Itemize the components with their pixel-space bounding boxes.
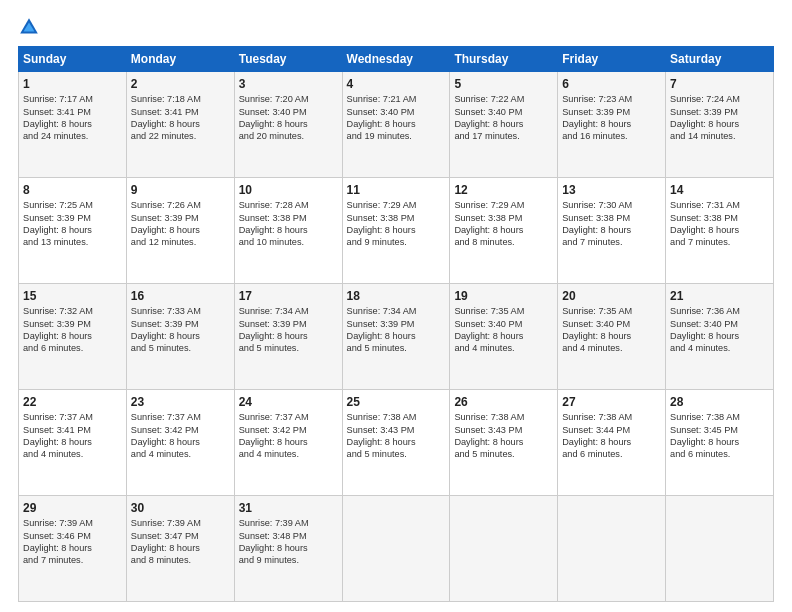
day-info: Sunrise: 7:37 AM: [239, 411, 338, 423]
col-header-monday: Monday: [126, 47, 234, 72]
day-info: Sunrise: 7:37 AM: [131, 411, 230, 423]
day-info: Sunset: 3:46 PM: [23, 530, 122, 542]
day-info: Sunset: 3:45 PM: [670, 424, 769, 436]
day-info: Daylight: 8 hours: [347, 118, 446, 130]
day-info: Sunset: 3:42 PM: [131, 424, 230, 436]
day-number: 28: [670, 394, 769, 410]
day-info: Sunset: 3:39 PM: [23, 318, 122, 330]
day-number: 29: [23, 500, 122, 516]
day-number: 12: [454, 182, 553, 198]
day-info: Sunset: 3:40 PM: [454, 106, 553, 118]
day-info: Daylight: 8 hours: [562, 330, 661, 342]
day-info: Daylight: 8 hours: [131, 330, 230, 342]
day-info: Sunrise: 7:22 AM: [454, 93, 553, 105]
day-number: 19: [454, 288, 553, 304]
logo: [18, 16, 48, 38]
day-info: Daylight: 8 hours: [347, 436, 446, 448]
day-info: and 4 minutes.: [454, 342, 553, 354]
day-number: 17: [239, 288, 338, 304]
day-info: Daylight: 8 hours: [670, 224, 769, 236]
day-cell: 21Sunrise: 7:36 AMSunset: 3:40 PMDayligh…: [666, 284, 774, 390]
day-info: Sunset: 3:40 PM: [670, 318, 769, 330]
day-info: and 14 minutes.: [670, 130, 769, 142]
day-info: Daylight: 8 hours: [239, 118, 338, 130]
day-cell: 26Sunrise: 7:38 AMSunset: 3:43 PMDayligh…: [450, 390, 558, 496]
day-info: Daylight: 8 hours: [454, 118, 553, 130]
day-info: Daylight: 8 hours: [131, 542, 230, 554]
day-cell: 8Sunrise: 7:25 AMSunset: 3:39 PMDaylight…: [19, 178, 127, 284]
day-info: Sunrise: 7:25 AM: [23, 199, 122, 211]
day-info: Sunset: 3:38 PM: [347, 212, 446, 224]
day-cell: 3Sunrise: 7:20 AMSunset: 3:40 PMDaylight…: [234, 72, 342, 178]
day-info: Sunset: 3:40 PM: [239, 106, 338, 118]
day-cell: 1Sunrise: 7:17 AMSunset: 3:41 PMDaylight…: [19, 72, 127, 178]
day-info: Sunset: 3:38 PM: [239, 212, 338, 224]
day-cell: 10Sunrise: 7:28 AMSunset: 3:38 PMDayligh…: [234, 178, 342, 284]
day-cell: 20Sunrise: 7:35 AMSunset: 3:40 PMDayligh…: [558, 284, 666, 390]
day-cell: 18Sunrise: 7:34 AMSunset: 3:39 PMDayligh…: [342, 284, 450, 390]
day-info: Daylight: 8 hours: [562, 436, 661, 448]
day-info: Sunrise: 7:38 AM: [562, 411, 661, 423]
day-cell: 2Sunrise: 7:18 AMSunset: 3:41 PMDaylight…: [126, 72, 234, 178]
day-info: and 5 minutes.: [131, 342, 230, 354]
day-info: Sunrise: 7:39 AM: [131, 517, 230, 529]
day-number: 6: [562, 76, 661, 92]
day-info: and 12 minutes.: [131, 236, 230, 248]
day-info: Daylight: 8 hours: [670, 436, 769, 448]
day-info: Sunset: 3:39 PM: [131, 212, 230, 224]
day-info: Daylight: 8 hours: [670, 118, 769, 130]
day-number: 13: [562, 182, 661, 198]
day-info: Sunset: 3:38 PM: [454, 212, 553, 224]
day-cell: 5Sunrise: 7:22 AMSunset: 3:40 PMDaylight…: [450, 72, 558, 178]
day-info: Daylight: 8 hours: [562, 224, 661, 236]
day-info: Sunset: 3:38 PM: [670, 212, 769, 224]
day-info: and 6 minutes.: [23, 342, 122, 354]
day-number: 26: [454, 394, 553, 410]
day-info: Sunset: 3:38 PM: [562, 212, 661, 224]
day-info: and 9 minutes.: [239, 554, 338, 566]
day-info: Sunrise: 7:31 AM: [670, 199, 769, 211]
day-info: and 9 minutes.: [347, 236, 446, 248]
week-row-1: 1Sunrise: 7:17 AMSunset: 3:41 PMDaylight…: [19, 72, 774, 178]
week-row-2: 8Sunrise: 7:25 AMSunset: 3:39 PMDaylight…: [19, 178, 774, 284]
day-info: Sunrise: 7:29 AM: [454, 199, 553, 211]
day-info: Sunrise: 7:21 AM: [347, 93, 446, 105]
day-info: Daylight: 8 hours: [23, 542, 122, 554]
day-info: Daylight: 8 hours: [670, 330, 769, 342]
day-cell: 15Sunrise: 7:32 AMSunset: 3:39 PMDayligh…: [19, 284, 127, 390]
day-info: Daylight: 8 hours: [23, 330, 122, 342]
day-info: Sunrise: 7:20 AM: [239, 93, 338, 105]
calendar-header: SundayMondayTuesdayWednesdayThursdayFrid…: [19, 47, 774, 72]
page: SundayMondayTuesdayWednesdayThursdayFrid…: [0, 0, 792, 612]
day-number: 4: [347, 76, 446, 92]
day-info: Sunrise: 7:34 AM: [347, 305, 446, 317]
day-cell: [450, 496, 558, 602]
day-info: Sunrise: 7:17 AM: [23, 93, 122, 105]
day-info: Daylight: 8 hours: [23, 118, 122, 130]
day-info: Daylight: 8 hours: [239, 330, 338, 342]
day-number: 7: [670, 76, 769, 92]
day-info: Sunrise: 7:32 AM: [23, 305, 122, 317]
day-info: Sunset: 3:39 PM: [562, 106, 661, 118]
day-info: Sunrise: 7:28 AM: [239, 199, 338, 211]
day-cell: 14Sunrise: 7:31 AMSunset: 3:38 PMDayligh…: [666, 178, 774, 284]
day-number: 21: [670, 288, 769, 304]
day-info: Sunset: 3:39 PM: [670, 106, 769, 118]
day-info: Sunset: 3:39 PM: [347, 318, 446, 330]
day-info: Daylight: 8 hours: [23, 436, 122, 448]
day-number: 1: [23, 76, 122, 92]
day-info: Daylight: 8 hours: [23, 224, 122, 236]
day-info: Daylight: 8 hours: [131, 224, 230, 236]
day-info: Sunrise: 7:29 AM: [347, 199, 446, 211]
day-info: and 16 minutes.: [562, 130, 661, 142]
day-info: and 5 minutes.: [454, 448, 553, 460]
day-info: Daylight: 8 hours: [131, 436, 230, 448]
day-cell: 29Sunrise: 7:39 AMSunset: 3:46 PMDayligh…: [19, 496, 127, 602]
day-info: Sunrise: 7:24 AM: [670, 93, 769, 105]
col-header-friday: Friday: [558, 47, 666, 72]
day-info: Sunset: 3:40 PM: [454, 318, 553, 330]
day-number: 18: [347, 288, 446, 304]
day-cell: 6Sunrise: 7:23 AMSunset: 3:39 PMDaylight…: [558, 72, 666, 178]
day-info: and 7 minutes.: [562, 236, 661, 248]
day-number: 22: [23, 394, 122, 410]
